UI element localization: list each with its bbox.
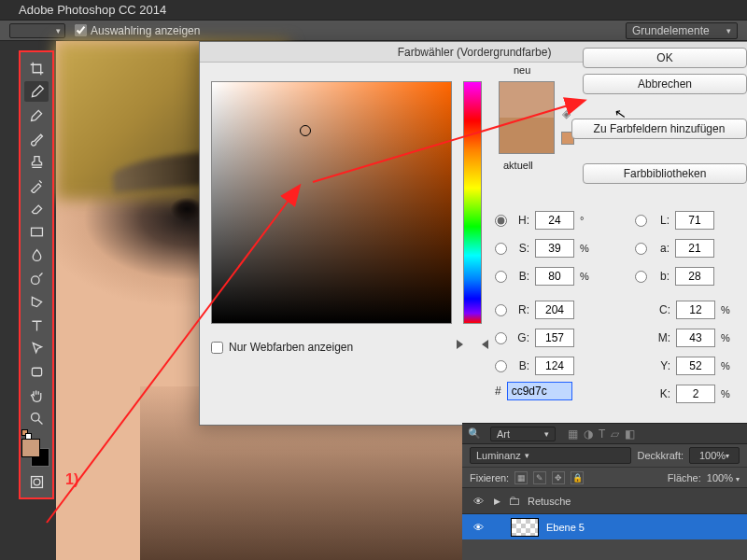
color-libraries-button[interactable]: Farbbibliotheken: [583, 163, 747, 184]
foreground-color-swatch[interactable]: [21, 439, 40, 457]
layer-group-retusche[interactable]: 👁 ▶ 🗀 Retusche: [462, 487, 747, 513]
unit-s: %: [580, 243, 593, 254]
lock-pos-icon[interactable]: ✥: [552, 471, 565, 484]
lock-pixels-icon[interactable]: ✎: [533, 471, 546, 484]
unit-deg: °: [580, 215, 593, 226]
app-name: Adobe Photoshop CC 2014: [19, 3, 166, 17]
color-picker-dialog: Farbwähler (Vordergrundfarbe) neu aktuel…: [199, 41, 747, 426]
unit-b: %: [580, 271, 593, 282]
input-h[interactable]: [535, 211, 574, 230]
color-swatches[interactable]: [21, 435, 51, 465]
svg-point-1: [31, 275, 39, 284]
input-K[interactable]: [676, 385, 715, 403]
checkbox-label: Auswahlring anzeigen: [91, 24, 200, 37]
folder-icon: 🗀: [508, 494, 520, 508]
options-bar: Auswahlring anzeigen Grundelemente ▾: [0, 21, 747, 41]
input-M[interactable]: [676, 329, 715, 347]
input-s[interactable]: [535, 239, 574, 258]
crop-tool[interactable]: [24, 58, 49, 78]
opacity-value[interactable]: 100% ▾: [689, 447, 740, 464]
fill-value[interactable]: 100% ▾: [707, 472, 740, 483]
eraser-tool[interactable]: [24, 198, 49, 218]
workspace-dropdown[interactable]: Grundelemente ▾: [626, 22, 738, 39]
layer-thumb: [511, 518, 539, 537]
radio-h[interactable]: [495, 215, 507, 227]
zoom-tool[interactable]: [24, 408, 49, 428]
radio-b2[interactable]: [635, 271, 647, 283]
add-to-swatches-button[interactable]: Zu Farbfeldern hinzufügen: [571, 119, 747, 139]
hex-hash: #: [495, 385, 501, 398]
lock-trans-icon[interactable]: ▦: [514, 471, 528, 484]
input-b[interactable]: [535, 267, 574, 286]
visibility-icon[interactable]: 👁: [470, 522, 486, 533]
pen-tool[interactable]: [24, 291, 49, 312]
lock-all-icon[interactable]: 🔒: [571, 471, 584, 484]
web-only-label: Nur Webfarben anzeigen: [229, 341, 353, 354]
path-select-tool[interactable]: [24, 338, 49, 358]
radio-G[interactable]: [495, 332, 507, 344]
healing-brush-tool[interactable]: [24, 105, 49, 125]
layer-filter-dropdown[interactable]: Art: [490, 427, 556, 441]
radio-L[interactable]: [635, 215, 647, 227]
input-L[interactable]: [675, 211, 714, 230]
fill-label: Fläche:: [668, 472, 701, 483]
radio-s[interactable]: [495, 243, 507, 255]
toolbox: [19, 50, 54, 499]
dodge-tool[interactable]: [24, 268, 49, 288]
svg-point-3: [31, 413, 39, 421]
radio-R[interactable]: [495, 304, 507, 316]
eyedropper-tool[interactable]: [24, 81, 49, 102]
input-hex[interactable]: [507, 382, 572, 400]
layer-name: Ebene 5: [546, 522, 585, 533]
type-tool[interactable]: [24, 315, 49, 335]
opacity-label: Deckkraft:: [637, 450, 684, 461]
tool-preset-dropdown[interactable]: [9, 23, 65, 38]
web-only-checkbox[interactable]: Nur Webfarben anzeigen: [211, 341, 353, 354]
input-G[interactable]: [535, 329, 574, 347]
layer-ebene-5[interactable]: 👁 Ebene 5: [462, 513, 747, 539]
input-Bb[interactable]: [535, 357, 574, 375]
blur-tool[interactable]: [24, 245, 49, 265]
input-b2[interactable]: [675, 267, 714, 286]
label-current: aktuell: [503, 160, 533, 171]
input-a[interactable]: [675, 239, 714, 258]
preview-current: [500, 118, 554, 153]
input-R[interactable]: [535, 301, 574, 319]
svg-rect-0: [31, 228, 42, 236]
gradient-tool[interactable]: [24, 221, 49, 242]
layer-name: Retusche: [528, 496, 571, 507]
ok-button[interactable]: OK: [583, 48, 747, 68]
radio-b[interactable]: [495, 271, 507, 283]
svg-rect-2: [32, 368, 41, 376]
label-new: neu: [514, 64, 530, 76]
quickmask-tool[interactable]: [24, 471, 49, 492]
radio-Bb[interactable]: [495, 360, 507, 372]
workspace-value: Grundelemente: [632, 24, 710, 37]
history-brush-tool[interactable]: [24, 175, 49, 195]
color-preview: [499, 81, 555, 154]
svg-rect-4: [31, 476, 42, 487]
color-field-marker[interactable]: [300, 125, 311, 136]
annotation-1: 1): [65, 471, 78, 488]
shape-tool[interactable]: [24, 361, 49, 382]
svg-point-5: [34, 479, 40, 485]
filter-icons[interactable]: ▦◑T▱◧: [565, 427, 638, 441]
lock-label: Fixieren:: [470, 472, 509, 483]
stamp-tool[interactable]: [24, 151, 49, 172]
visibility-icon[interactable]: 👁: [470, 496, 486, 507]
expand-icon[interactable]: ▶: [494, 497, 500, 506]
brush-tool[interactable]: [24, 128, 49, 148]
blend-mode-dropdown[interactable]: Luminanz: [470, 447, 631, 464]
show-selection-ring-checkbox[interactable]: Auswahlring anzeigen: [75, 24, 200, 37]
radio-a[interactable]: [635, 243, 647, 255]
preview-new: [500, 82, 554, 118]
cube-icon[interactable]: ◈: [562, 107, 571, 120]
input-Y[interactable]: [676, 357, 715, 375]
layers-panel: 🔍 Art ▦◑T▱◧ Luminanz Deckkraft: 100% ▾ F…: [462, 423, 747, 560]
hue-slider[interactable]: [463, 81, 482, 324]
input-C[interactable]: [676, 301, 715, 319]
cancel-button[interactable]: Abbrechen: [583, 74, 747, 94]
color-field[interactable]: [211, 81, 452, 324]
hand-tool[interactable]: [24, 385, 49, 405]
